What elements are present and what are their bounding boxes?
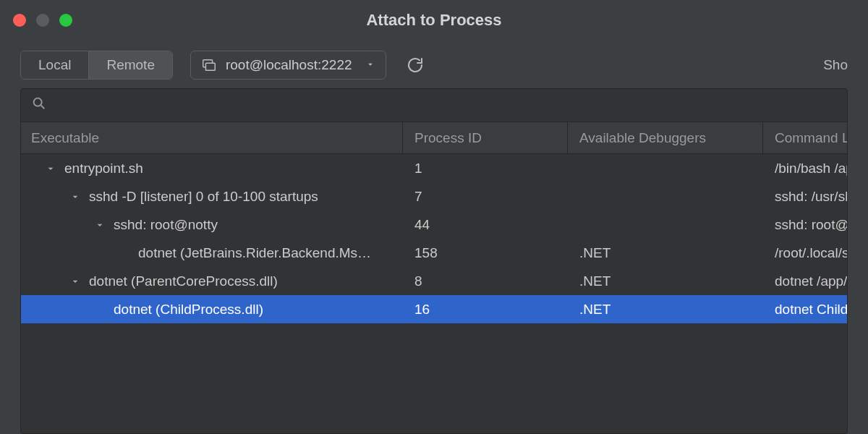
process-tree: entrypoint.sh1/bin/bash /appsshd -D [lis…	[21, 154, 847, 433]
process-debugger-cell: .NET	[568, 302, 763, 318]
search-icon	[31, 95, 47, 115]
process-row[interactable]: dotnet (ChildProcess.dll)16.NETdotnet Ch…	[21, 295, 847, 323]
process-row[interactable]: sshd -D [listener] 0 of 10-100 startups7…	[21, 182, 847, 210]
svg-point-2	[34, 98, 42, 106]
toolbar: Local Remote root@localhost:2222 Sho	[0, 41, 868, 88]
process-pid-cell: 44	[403, 217, 568, 233]
process-executable-cell: sshd -D [listener] 0 of 10-100 startups	[21, 189, 403, 205]
refresh-button[interactable]	[404, 54, 427, 77]
process-cmd-cell: dotnet /app/P	[763, 273, 847, 289]
process-pid-cell: 1	[403, 161, 568, 176]
process-list-panel: Executable Process ID Available Debugger…	[20, 88, 848, 434]
process-executable-label: sshd -D [listener] 0 of 10-100 startups	[89, 189, 318, 205]
process-pid-cell: 158	[403, 245, 568, 261]
process-executable-cell: sshd: root@notty	[21, 217, 403, 233]
process-executable-label: dotnet (ParentCoreProcess.dll)	[89, 273, 278, 289]
process-cmd-cell: sshd: root@no	[763, 217, 847, 233]
process-executable-label: sshd: root@notty	[114, 217, 218, 233]
local-tab-button[interactable]: Local	[21, 51, 88, 79]
maximize-window-button[interactable]	[59, 14, 72, 27]
process-row[interactable]: sshd: root@notty44sshd: root@no	[21, 210, 847, 239]
host-dropdown[interactable]: root@localhost:2222	[190, 51, 386, 80]
attach-to-process-window: Attach to Process Local Remote root@loca…	[0, 0, 868, 434]
process-debugger-cell: .NET	[568, 245, 763, 261]
expand-arrow-icon[interactable]	[43, 163, 59, 174]
process-cmd-cell: /bin/bash /app	[763, 161, 847, 176]
process-executable-cell: dotnet (ParentCoreProcess.dll)	[21, 273, 403, 289]
process-executable-label: entrypoint.sh	[64, 161, 143, 176]
process-executable-label: dotnet (ChildProcess.dll)	[114, 302, 263, 318]
process-executable-cell: dotnet (JetBrains.Rider.Backend.Ms…	[21, 245, 403, 261]
process-pid-cell: 8	[403, 273, 568, 289]
minimize-window-button[interactable]	[36, 14, 49, 27]
host-label: root@localhost:2222	[226, 57, 352, 73]
process-cmd-cell: /root/.local/sh	[763, 245, 847, 261]
process-cmd-cell: sshd: /usr/sbin	[763, 189, 847, 205]
expand-arrow-icon[interactable]	[67, 276, 83, 287]
local-remote-toggle: Local Remote	[20, 51, 173, 80]
remote-host-icon	[201, 57, 217, 73]
process-debugger-cell: .NET	[568, 273, 763, 289]
process-row[interactable]: dotnet (ParentCoreProcess.dll)8.NETdotne…	[21, 267, 847, 295]
svg-rect-1	[205, 63, 215, 70]
header-executable[interactable]: Executable	[21, 122, 403, 153]
process-executable-cell: dotnet (ChildProcess.dll)	[21, 302, 403, 318]
chevron-down-icon	[365, 57, 375, 73]
svg-line-3	[41, 106, 45, 109]
search-row[interactable]	[21, 89, 847, 122]
expand-arrow-icon[interactable]	[67, 191, 83, 203]
process-row[interactable]: dotnet (JetBrains.Rider.Backend.Ms…158.N…	[21, 239, 847, 267]
header-process-id[interactable]: Process ID	[403, 122, 568, 153]
process-executable-label: dotnet (JetBrains.Rider.Backend.Ms…	[138, 245, 371, 261]
header-debuggers[interactable]: Available Debuggers	[568, 122, 763, 153]
close-window-button[interactable]	[13, 14, 26, 27]
process-executable-cell: entrypoint.sh	[21, 161, 403, 176]
remote-tab-button[interactable]: Remote	[88, 51, 172, 79]
window-controls	[13, 14, 72, 27]
expand-arrow-icon[interactable]	[92, 219, 108, 231]
window-title: Attach to Process	[366, 11, 501, 30]
table-header: Executable Process ID Available Debugger…	[21, 122, 847, 154]
process-row[interactable]: entrypoint.sh1/bin/bash /app	[21, 154, 847, 182]
process-pid-cell: 7	[403, 189, 568, 205]
process-cmd-cell: dotnet ChildP	[763, 302, 847, 318]
header-command-line[interactable]: Command Li	[763, 122, 847, 153]
process-pid-cell: 16	[403, 302, 568, 318]
toolbar-right-label[interactable]: Sho	[823, 57, 848, 73]
titlebar: Attach to Process	[0, 0, 868, 41]
